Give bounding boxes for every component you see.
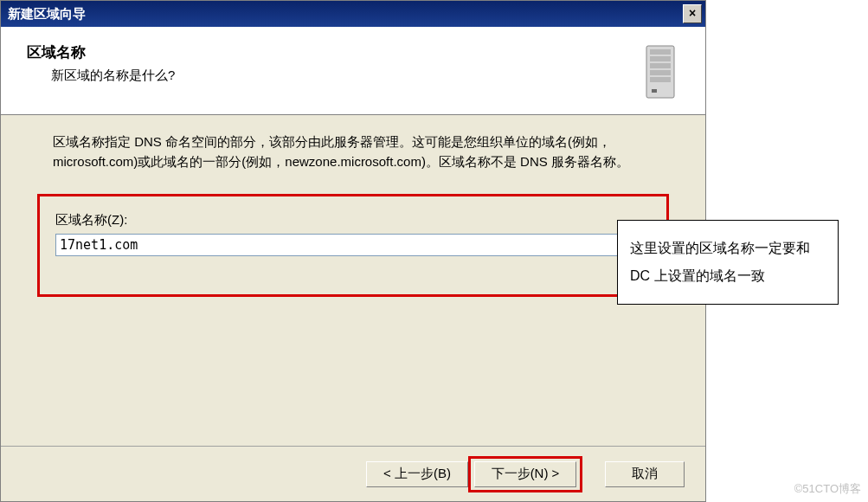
zone-name-input[interactable] — [55, 234, 651, 256]
content-area: 区域名称指定 DNS 命名空间的部分，该部分由此服务器管理。这可能是您组织单位的… — [1, 115, 705, 297]
window-title: 新建区域向导 — [8, 6, 86, 23]
button-bar: < 上一步(B) 下一步(N) > 取消 — [1, 446, 705, 501]
svg-rect-4 — [650, 70, 671, 75]
svg-rect-3 — [650, 63, 671, 68]
close-icon[interactable]: × — [683, 4, 702, 23]
next-highlight: 下一步(N) > — [468, 456, 582, 492]
page-title: 区域名称 — [27, 42, 679, 62]
zone-name-label: 区域名称(Z): — [55, 212, 651, 228]
svg-rect-5 — [650, 77, 671, 82]
annotation-callout: 这里设置的区域名称一定要和 DC 上设置的域名一致 — [617, 220, 839, 305]
zone-name-highlight: 区域名称(Z): — [37, 194, 669, 297]
svg-rect-1 — [650, 49, 671, 55]
svg-rect-6 — [652, 89, 657, 93]
description-text: 区域名称指定 DNS 命名空间的部分，该部分由此服务器管理。这可能是您组织单位的… — [53, 132, 653, 171]
watermark: ©51CTO博客 — [794, 481, 861, 497]
next-button[interactable]: 下一步(N) > — [474, 461, 576, 487]
cancel-button[interactable]: 取消 — [605, 461, 685, 487]
server-icon — [640, 42, 681, 103]
wizard-dialog: 新建区域向导 × 区域名称 新区域的名称是什么? 区域名称指定 DNS 命名空间… — [0, 0, 706, 502]
page-subtitle: 新区域的名称是什么? — [27, 68, 679, 84]
titlebar: 新建区域向导 × — [1, 1, 705, 27]
back-button[interactable]: < 上一步(B) — [366, 461, 468, 487]
svg-rect-2 — [650, 56, 671, 61]
wizard-header: 区域名称 新区域的名称是什么? — [1, 27, 705, 115]
